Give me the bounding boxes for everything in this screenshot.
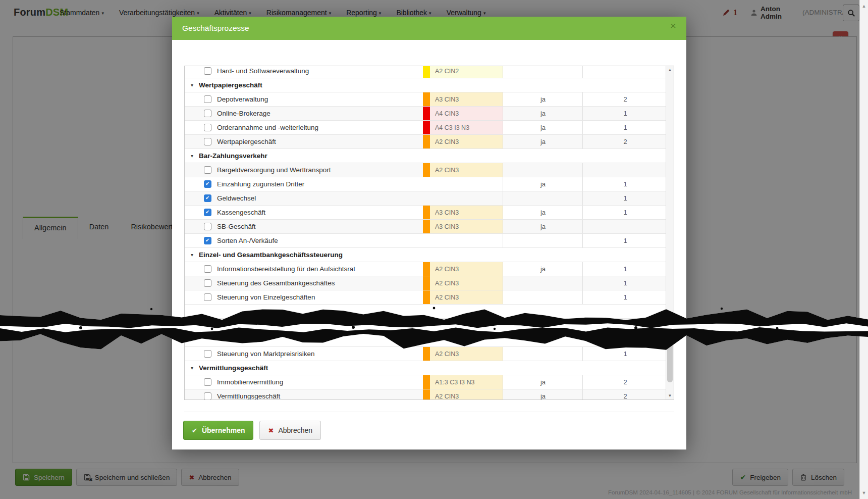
scrollbar-thumb[interactable] bbox=[667, 323, 673, 382]
close-icon: ✖ bbox=[268, 427, 274, 434]
process-label: Informationsbereitstellung für den Aufsi… bbox=[217, 262, 355, 276]
process-row[interactable]: Geldwechsel1 bbox=[185, 191, 666, 206]
risk-badge-text: A2 CIN3 bbox=[435, 167, 459, 174]
flag-cell: ja bbox=[503, 121, 583, 134]
count-cell: 1 bbox=[582, 262, 666, 276]
count-cell: 1 bbox=[582, 290, 666, 304]
dialog-actions: ✔ Übernehmen ✖ Abbrechen bbox=[183, 421, 321, 440]
count-cell: 1 bbox=[582, 107, 666, 120]
risk-badge: A3 CIN3 bbox=[423, 206, 503, 219]
process-checkbox[interactable] bbox=[204, 95, 211, 103]
flag-cell bbox=[503, 163, 583, 177]
process-row[interactable]: SB-GeschäftA3 CIN3ja bbox=[185, 220, 666, 234]
apply-button[interactable]: ✔ Übernehmen bbox=[183, 421, 253, 440]
risk-level-bar bbox=[423, 163, 430, 177]
process-checkbox[interactable] bbox=[204, 279, 211, 287]
risk-badge: A2 CIN3 bbox=[423, 389, 503, 400]
obscured-row bbox=[185, 305, 666, 319]
process-checkbox[interactable] bbox=[204, 350, 211, 358]
process-row[interactable]: Hard- und SoftwareverwaltungA2 CIN2 bbox=[185, 66, 666, 78]
obscured-row bbox=[185, 319, 666, 333]
risk-badge: A2 CIN3 bbox=[423, 135, 503, 148]
process-row[interactable]: VermittlungsgeschäftA2 CIN3ja2 bbox=[185, 389, 666, 400]
process-checkbox[interactable] bbox=[204, 110, 211, 117]
process-row[interactable]: Online-BrokerageA4 CIN3ja1 bbox=[185, 107, 666, 121]
process-label: Kassengeschäft bbox=[217, 206, 265, 219]
count-cell: 2 bbox=[582, 375, 666, 389]
scroll-up-icon[interactable]: ▲ bbox=[666, 68, 674, 72]
count-cell: 1 bbox=[582, 177, 666, 191]
risk-badge: A1:3 C3 I3 N3 bbox=[423, 375, 503, 389]
flag-cell: ja bbox=[503, 375, 583, 389]
process-checkbox[interactable] bbox=[204, 194, 211, 202]
risk-level-bar bbox=[423, 276, 430, 290]
flag-cell bbox=[503, 276, 583, 290]
process-group-row[interactable]: ▾Einzel- und Gesamtbankgeschäftssteuerun… bbox=[185, 248, 666, 262]
process-group-row[interactable]: ▾Wertpapiergeschäft bbox=[185, 78, 666, 92]
process-checkbox[interactable] bbox=[204, 138, 211, 145]
risk-badge-text: A2 CIN2 bbox=[435, 68, 459, 75]
process-label: Bargeldversorgung und Werttransport bbox=[217, 163, 331, 177]
flag-cell bbox=[503, 347, 583, 361]
flag-cell: ja bbox=[503, 206, 583, 219]
process-label: Vermittlungsgeschäft bbox=[217, 389, 280, 400]
scroll-up-icon[interactable]: ▲ bbox=[860, 2, 868, 10]
risk-level-bar bbox=[423, 262, 430, 276]
process-row[interactable]: Sorten An-/Verkäufe1 bbox=[185, 234, 666, 248]
check-icon: ✔ bbox=[192, 427, 197, 434]
process-checkbox[interactable] bbox=[204, 237, 211, 244]
risk-level-bar bbox=[423, 92, 430, 106]
process-row[interactable]: DepotverwaltungA3 CIN3ja2 bbox=[185, 92, 666, 107]
process-checkbox[interactable] bbox=[204, 392, 211, 400]
risk-badge-text: A2 CIN3 bbox=[435, 351, 459, 358]
risk-badge-text: A2 CIN3 bbox=[435, 280, 459, 287]
process-checkbox[interactable] bbox=[204, 378, 211, 386]
count-cell: 2 bbox=[582, 389, 666, 400]
process-group-row[interactable]: ▾Vermittlungsgeschäft bbox=[185, 361, 666, 375]
process-row[interactable]: Einzahlung zugunsten Dritterja1 bbox=[185, 177, 666, 191]
process-row[interactable]: Steuerung von MarktpreisrisikenA2 CIN31 bbox=[185, 347, 666, 361]
risk-badge: A3 CIN3 bbox=[423, 92, 503, 106]
count-cell: 2 bbox=[582, 135, 666, 148]
process-row[interactable]: Informationsbereitstellung für den Aufsi… bbox=[185, 262, 666, 276]
flag-cell: ja bbox=[503, 177, 583, 191]
table-scrollbar[interactable]: ▲ ▼ bbox=[666, 66, 674, 400]
process-checkbox[interactable] bbox=[204, 124, 211, 131]
scroll-down-icon[interactable]: ▼ bbox=[860, 489, 868, 497]
process-row[interactable]: WertpapiergeschäftA2 CIN3ja2 bbox=[185, 135, 666, 149]
count-cell bbox=[582, 66, 666, 78]
risk-badge: A2 CIN2 bbox=[423, 66, 503, 78]
process-table-rows: Hard- und SoftwareverwaltungA2 CIN2▾Wert… bbox=[185, 66, 666, 400]
risk-badge-text: A3 CIN3 bbox=[435, 223, 459, 230]
count-cell bbox=[582, 163, 666, 177]
risk-level-bar bbox=[423, 375, 430, 389]
process-checkbox[interactable] bbox=[204, 265, 211, 273]
process-label: Steuerung von Einzelgeschäften bbox=[217, 290, 315, 304]
process-row[interactable]: Bargeldversorgung und WerttransportA2 CI… bbox=[185, 163, 666, 177]
process-label: Sorten An-/Verkäufe bbox=[217, 234, 278, 247]
process-checkbox[interactable] bbox=[204, 166, 211, 174]
process-row[interactable]: Steuerung von EinzelgeschäftenA2 CIN31 bbox=[185, 290, 666, 305]
process-row[interactable]: ImmobilienvermittlungA1:3 C3 I3 N3ja2 bbox=[185, 375, 666, 389]
process-checkbox[interactable] bbox=[204, 180, 211, 188]
process-label: Steuerung des Gesamtbankgeschäftes bbox=[217, 276, 335, 290]
scroll-down-icon[interactable]: ▼ bbox=[666, 393, 674, 398]
dialog-cancel-button[interactable]: ✖ Abbrechen bbox=[259, 421, 321, 440]
dialog-header: Geschäftsprozesse × bbox=[172, 17, 686, 40]
process-checkbox[interactable] bbox=[204, 293, 211, 301]
page-scrollbar[interactable]: ▲ ▼ bbox=[859, 0, 868, 499]
process-row[interactable]: Steuerung des GesamtbankgeschäftesA2 CIN… bbox=[185, 276, 666, 290]
process-table: Hard- und SoftwareverwaltungA2 CIN2▾Wert… bbox=[184, 66, 674, 400]
process-label: Einzahlung zugunsten Dritter bbox=[217, 177, 304, 191]
risk-level-bar bbox=[423, 66, 430, 78]
dialog-close-icon[interactable]: × bbox=[667, 20, 679, 32]
process-group-row[interactable]: ▾Bar-Zahlungsverkehr bbox=[185, 149, 666, 163]
process-checkbox[interactable] bbox=[204, 67, 211, 75]
process-checkbox[interactable] bbox=[204, 209, 211, 216]
flag-cell: ja bbox=[503, 262, 583, 276]
process-row[interactable]: Orderannahme und -weiterleitungA4 C3 I3 … bbox=[185, 121, 666, 135]
obscured-row bbox=[185, 333, 666, 347]
process-checkbox[interactable] bbox=[204, 223, 211, 230]
process-row[interactable]: KassengeschäftA3 CIN3ja1 bbox=[185, 206, 666, 220]
risk-badge-text: A2 CIN3 bbox=[435, 266, 459, 273]
